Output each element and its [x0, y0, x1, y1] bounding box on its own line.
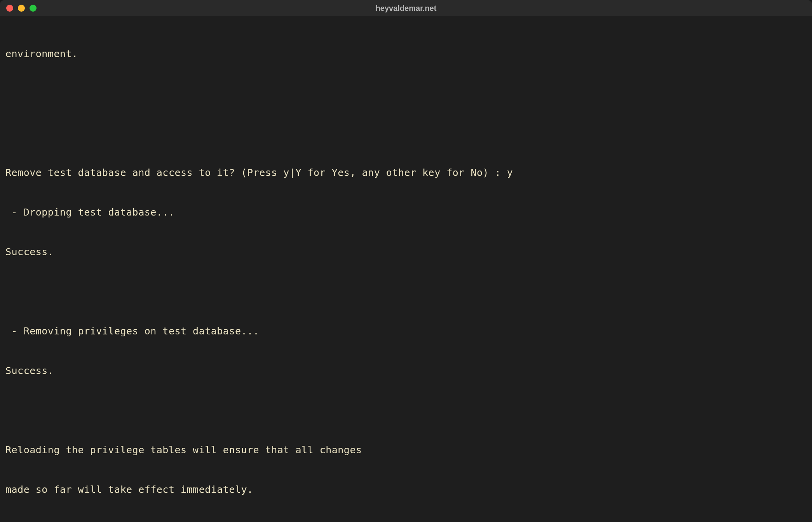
window-title: heyvaldemar.net: [376, 4, 437, 13]
terminal-body[interactable]: environment. Remove test database and ac…: [0, 16, 812, 522]
terminal-line: made so far will take effect immediately…: [5, 483, 807, 496]
maximize-icon[interactable]: [30, 5, 37, 12]
terminal-line: environment.: [5, 47, 807, 61]
title-bar: heyvaldemar.net: [0, 0, 812, 16]
minimize-icon[interactable]: [18, 5, 25, 12]
window-controls: [6, 5, 37, 12]
terminal-line: Success.: [5, 245, 807, 259]
close-icon[interactable]: [6, 5, 13, 12]
terminal-line: [5, 127, 807, 140]
terminal-line: [5, 87, 807, 100]
terminal-line: Reloading the privilege tables will ensu…: [5, 444, 807, 457]
terminal-line: - Removing privileges on test database..…: [5, 325, 807, 338]
terminal-window: heyvaldemar.net environment. Remove test…: [0, 0, 812, 522]
terminal-line: [5, 285, 807, 298]
terminal-line: [5, 404, 807, 417]
terminal-line: Remove test database and access to it? (…: [5, 166, 807, 179]
terminal-line: - Dropping test database...: [5, 206, 807, 219]
terminal-line: Success.: [5, 364, 807, 378]
